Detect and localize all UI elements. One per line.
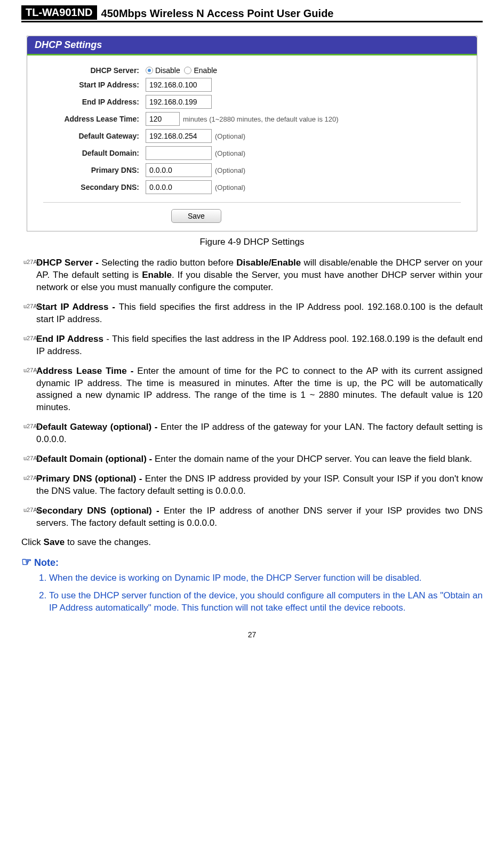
pdns-label: Primary DNS: — [43, 166, 146, 174]
domain-label: Default Domain: — [43, 149, 146, 157]
note-list: When the device is working on Dynamic IP… — [21, 572, 483, 614]
lease-hint: minutes (1~2880 minutes, the default val… — [183, 115, 339, 123]
sdns-label: Secondary DNS: — [43, 183, 146, 191]
end-ip-label: End IP Address: — [43, 98, 146, 106]
lease-label: Address Lease Time: — [43, 115, 146, 123]
domain-optional: (Optional) — [215, 149, 245, 157]
desc-default-domain: Default Domain (optional) - Enter the do… — [21, 453, 483, 466]
desc-primary-dns: Primary DNS (optional) - Enter the DNS I… — [21, 473, 483, 498]
pdns-input[interactable] — [146, 163, 212, 177]
desc-secondary-dns: Secondary DNS (optional) - Enter the IP … — [21, 505, 483, 530]
dhcp-server-label: DHCP Server: — [43, 66, 146, 75]
desc-lease-time: Address Lease Time - Enter the amount of… — [21, 365, 483, 414]
desc-end-ip: End IP Address - This field specifies th… — [21, 333, 483, 358]
model-badge: TL-WA901ND — [21, 5, 97, 20]
note-item-1: When the device is working on Dynamic IP… — [49, 572, 483, 584]
pdns-optional: (Optional) — [215, 166, 245, 174]
note-item-2: To use the DHCP server function of the d… — [49, 590, 483, 614]
page-title: 450Mbps Wireless N Access Point User Gui… — [101, 7, 334, 20]
gateway-optional: (Optional) — [215, 132, 245, 140]
domain-input[interactable] — [146, 146, 212, 160]
note-heading: ☞Note: — [21, 555, 483, 569]
radio-disable-label: Disable — [155, 66, 180, 75]
gateway-label: Default Gateway: — [43, 132, 146, 140]
click-save-text: Click Save to save the changes. — [21, 537, 483, 548]
end-ip-input[interactable] — [146, 95, 212, 109]
start-ip-label: Start IP Address: — [43, 81, 146, 89]
field-descriptions: DHCP Server - Selecting the radio button… — [21, 257, 483, 530]
radio-disable[interactable] — [146, 67, 153, 74]
page-header: TL-WA901ND 450Mbps Wireless N Access Poi… — [21, 5, 483, 22]
start-ip-input[interactable] — [146, 78, 212, 92]
dhcp-settings-screenshot: DHCP Settings DHCP Server: Disable Enabl… — [27, 36, 477, 231]
radio-enable[interactable] — [184, 67, 191, 74]
desc-dhcp-server: DHCP Server - Selecting the radio button… — [21, 257, 483, 294]
gateway-input[interactable] — [146, 129, 212, 143]
note-icon: ☞ — [21, 555, 32, 568]
figure-caption: Figure 4-9 DHCP Settings — [21, 237, 483, 247]
save-button[interactable]: Save — [171, 209, 221, 223]
panel-title: DHCP Settings — [27, 36, 477, 54]
sdns-optional: (Optional) — [215, 183, 245, 191]
desc-default-gateway: Default Gateway (optional) - Enter the I… — [21, 421, 483, 446]
sdns-input[interactable] — [146, 180, 212, 194]
radio-enable-label: Enable — [194, 66, 217, 75]
desc-start-ip: Start IP Address - This field specifies … — [21, 301, 483, 326]
lease-input[interactable] — [146, 112, 180, 126]
page-number: 27 — [21, 630, 483, 639]
